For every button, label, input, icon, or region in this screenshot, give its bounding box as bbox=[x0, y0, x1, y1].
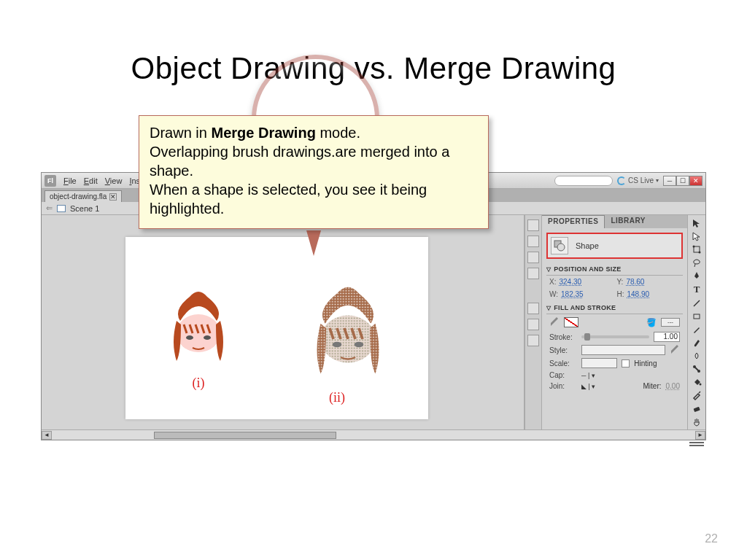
rectangle-tool[interactable] bbox=[689, 311, 704, 322]
drawing-selected[interactable]: (ii) bbox=[293, 273, 381, 405]
menubar: File Edit View Ins bbox=[63, 176, 140, 185]
svg-point-9 bbox=[355, 342, 364, 348]
hinting-checkbox[interactable] bbox=[622, 359, 630, 368]
tab-library[interactable]: LIBRARY bbox=[605, 215, 651, 228]
panel-icon[interactable] bbox=[527, 335, 539, 346]
brush-tool[interactable] bbox=[689, 337, 704, 349]
stage[interactable]: (i) bbox=[125, 237, 428, 419]
document-tab[interactable]: object-drawing.fla ✕ bbox=[44, 190, 122, 202]
selection-type-label: Shape bbox=[576, 241, 599, 250]
svg-line-19 bbox=[695, 368, 698, 370]
label-i: (i) bbox=[155, 376, 242, 391]
paint-bucket-tool[interactable] bbox=[689, 376, 704, 388]
drawing-unselected[interactable]: (i) bbox=[155, 281, 242, 391]
bone-tool[interactable] bbox=[689, 363, 704, 375]
tab-properties[interactable]: PROPERTIES bbox=[542, 215, 605, 228]
eraser-tool[interactable] bbox=[689, 402, 704, 414]
h-value[interactable]: 148.90 bbox=[627, 290, 650, 298]
scroll-left-icon[interactable]: ◄ bbox=[42, 431, 52, 440]
stroke-swatch[interactable]: --- bbox=[661, 318, 680, 327]
svg-point-11 bbox=[557, 244, 565, 251]
svg-point-2 bbox=[204, 335, 211, 340]
search-input[interactable] bbox=[554, 176, 613, 186]
pencil-icon bbox=[549, 317, 560, 327]
style-dropdown[interactable] bbox=[581, 345, 665, 355]
svg-point-8 bbox=[333, 342, 342, 348]
panel-icon[interactable] bbox=[527, 319, 539, 330]
tools-panel: T bbox=[688, 215, 705, 429]
join-dropdown[interactable]: ◣ | ▾ bbox=[581, 383, 595, 390]
scene-icon bbox=[57, 205, 66, 212]
close-tab-icon[interactable]: ✕ bbox=[109, 193, 117, 201]
fill-color-swatch[interactable] bbox=[689, 445, 704, 446]
callout-box: Drawn in Merge Drawing mode. Overlapping… bbox=[139, 115, 489, 229]
maximize-button[interactable]: ☐ bbox=[676, 176, 689, 186]
section-fill-stroke[interactable]: ▽FILL AND STROKE bbox=[546, 302, 683, 314]
properties-panel: PROPERTIES LIBRARY Shape ▽POSITION AND S… bbox=[542, 215, 688, 429]
panel-icon[interactable] bbox=[527, 219, 539, 231]
svg-point-13 bbox=[693, 246, 695, 248]
menu-file[interactable]: File bbox=[63, 176, 77, 185]
back-icon[interactable]: ⇐ bbox=[46, 203, 53, 213]
deco-tool[interactable] bbox=[689, 350, 704, 362]
page-number: 22 bbox=[705, 532, 718, 545]
cs-live-button[interactable]: CS Live ▾ bbox=[617, 176, 659, 185]
x-value[interactable]: 324.30 bbox=[559, 278, 581, 286]
scroll-thumb[interactable] bbox=[154, 432, 336, 439]
section-position-size[interactable]: ▽POSITION AND SIZE bbox=[546, 263, 683, 276]
hand-tool[interactable] bbox=[689, 416, 704, 427]
panel-icon[interactable] bbox=[527, 252, 539, 263]
scroll-right-icon[interactable]: ► bbox=[695, 431, 705, 440]
w-value[interactable]: 182.35 bbox=[561, 290, 584, 298]
eyedropper-tool[interactable] bbox=[689, 389, 704, 401]
shape-icon bbox=[551, 237, 568, 254]
miter-value[interactable]: 0.00 bbox=[666, 382, 680, 390]
callout-pointer bbox=[306, 230, 321, 256]
cslive-icon bbox=[617, 176, 626, 185]
stroke-color-swatch[interactable] bbox=[689, 442, 704, 443]
menu-view[interactable]: View bbox=[105, 176, 123, 185]
stroke-value[interactable]: 1.00 bbox=[654, 332, 680, 342]
selection-type-row: Shape bbox=[546, 233, 683, 259]
label-ii: (ii) bbox=[293, 390, 381, 405]
lasso-tool[interactable] bbox=[689, 257, 704, 268]
svg-point-20 bbox=[700, 384, 702, 386]
flash-app-icon: Fl bbox=[44, 175, 56, 187]
edit-style-icon[interactable] bbox=[670, 345, 680, 355]
bucket-icon: 🪣 bbox=[646, 318, 657, 327]
panel-icon[interactable] bbox=[527, 236, 539, 247]
svg-line-15 bbox=[694, 300, 700, 306]
subselection-tool[interactable] bbox=[689, 230, 704, 242]
collapsed-panels bbox=[525, 215, 542, 429]
scale-dropdown[interactable] bbox=[581, 358, 617, 368]
panel-icon[interactable] bbox=[527, 268, 539, 279]
close-button[interactable]: ✕ bbox=[689, 176, 703, 186]
text-tool[interactable]: T bbox=[689, 283, 704, 296]
minimize-button[interactable]: ─ bbox=[663, 176, 676, 186]
scene-label[interactable]: Scene 1 bbox=[70, 204, 99, 213]
svg-rect-21 bbox=[694, 407, 700, 412]
free-transform-tool[interactable] bbox=[689, 244, 704, 255]
pen-tool[interactable] bbox=[689, 270, 704, 281]
svg-point-1 bbox=[186, 335, 193, 340]
line-tool[interactable] bbox=[689, 298, 704, 309]
horizontal-scrollbar[interactable]: ◄ ► bbox=[42, 429, 705, 440]
svg-point-14 bbox=[699, 252, 701, 254]
fill-swatch[interactable] bbox=[564, 317, 578, 327]
selection-tool[interactable] bbox=[689, 217, 704, 229]
stroke-slider[interactable] bbox=[581, 335, 649, 338]
slide-title: Object Drawing vs. Merge Drawing bbox=[0, 0, 747, 86]
menu-edit[interactable]: Edit bbox=[84, 176, 98, 185]
y-value[interactable]: 78.60 bbox=[626, 278, 644, 286]
panel-icon[interactable] bbox=[527, 303, 539, 314]
stage-area[interactable]: (i) bbox=[42, 215, 525, 429]
svg-rect-12 bbox=[694, 246, 700, 252]
cap-dropdown[interactable]: ─ | ▾ bbox=[581, 372, 595, 379]
pencil-tool[interactable] bbox=[689, 324, 704, 335]
svg-rect-16 bbox=[694, 314, 700, 319]
